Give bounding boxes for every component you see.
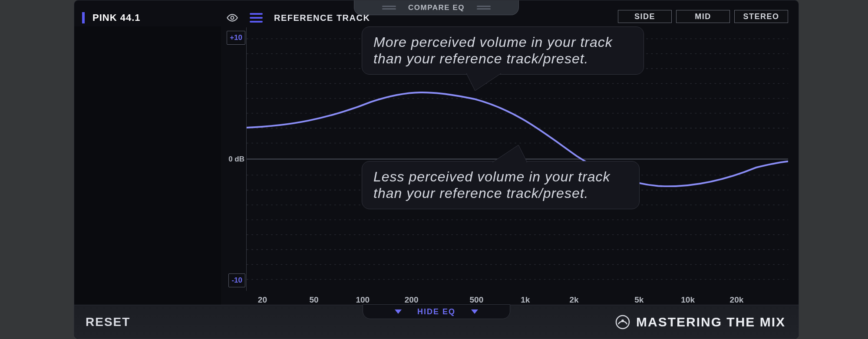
x-tick: 10k bbox=[681, 295, 695, 305]
eq-graph[interactable]: +10 0 dB -10 bbox=[246, 27, 788, 291]
reset-button[interactable]: RESET bbox=[86, 315, 130, 329]
mode-buttons: SIDE MID STEREO bbox=[618, 10, 788, 23]
x-tick: 5k bbox=[634, 295, 644, 305]
tooltip-less-volume: Less perceived volume in your track than… bbox=[362, 161, 640, 209]
x-tick: 100 bbox=[356, 295, 370, 305]
track-list-panel bbox=[74, 26, 221, 305]
x-tick: 2k bbox=[569, 295, 578, 305]
svg-point-0 bbox=[231, 16, 234, 20]
x-tick: 50 bbox=[309, 295, 318, 305]
x-tick: 20 bbox=[258, 295, 267, 305]
visibility-toggle[interactable] bbox=[226, 12, 238, 24]
x-tick: 20k bbox=[730, 295, 744, 305]
y-axis: +10 0 dB -10 bbox=[222, 27, 244, 291]
mode-stereo-button[interactable]: STEREO bbox=[734, 10, 788, 23]
svg-rect-1 bbox=[250, 13, 263, 15]
mode-side-button[interactable]: SIDE bbox=[618, 10, 672, 23]
x-tick: 1k bbox=[521, 295, 530, 305]
svg-rect-2 bbox=[250, 17, 263, 19]
tooltip-more-volume: More perceived volume in your track than… bbox=[362, 26, 644, 75]
preset-name[interactable]: PINK 44.1 bbox=[92, 12, 141, 23]
plugin-window: COMPARE EQ PINK 44.1 REFERENCE TRACK SID… bbox=[74, 0, 799, 339]
y-tick-zero: 0 dB bbox=[222, 155, 244, 164]
svg-rect-3 bbox=[250, 21, 263, 23]
tooltip-line: than your reference track/preset. bbox=[373, 50, 632, 67]
mode-mid-button[interactable]: MID bbox=[676, 10, 730, 23]
tooltip-line: More perceived volume in your track bbox=[373, 34, 632, 50]
preset-color-marker bbox=[82, 12, 85, 23]
x-tick: 200 bbox=[405, 295, 419, 305]
brand-text: MASTERING THE MIX bbox=[636, 315, 785, 329]
hide-eq-label: HIDE EQ bbox=[417, 307, 455, 316]
y-tick-plus10[interactable]: +10 bbox=[227, 31, 245, 45]
chevron-down-icon bbox=[395, 309, 402, 314]
tooltip-line: than your reference track/preset. bbox=[373, 185, 628, 201]
brand-logo-icon bbox=[615, 315, 630, 329]
reference-track-label: REFERENCE TRACK bbox=[274, 13, 370, 23]
svg-point-22 bbox=[621, 319, 624, 322]
hide-eq-button[interactable]: HIDE EQ bbox=[363, 304, 510, 319]
bottom-bar: RESET HIDE EQ MASTERING THE MIX bbox=[74, 305, 799, 339]
menu-icon[interactable] bbox=[250, 12, 263, 23]
brand[interactable]: MASTERING THE MIX bbox=[615, 315, 785, 329]
y-tick-minus10[interactable]: -10 bbox=[228, 273, 245, 287]
tooltip-line: Less perceived volume in your track bbox=[373, 168, 628, 185]
chevron-down-icon bbox=[471, 309, 478, 314]
x-tick: 500 bbox=[470, 295, 484, 305]
